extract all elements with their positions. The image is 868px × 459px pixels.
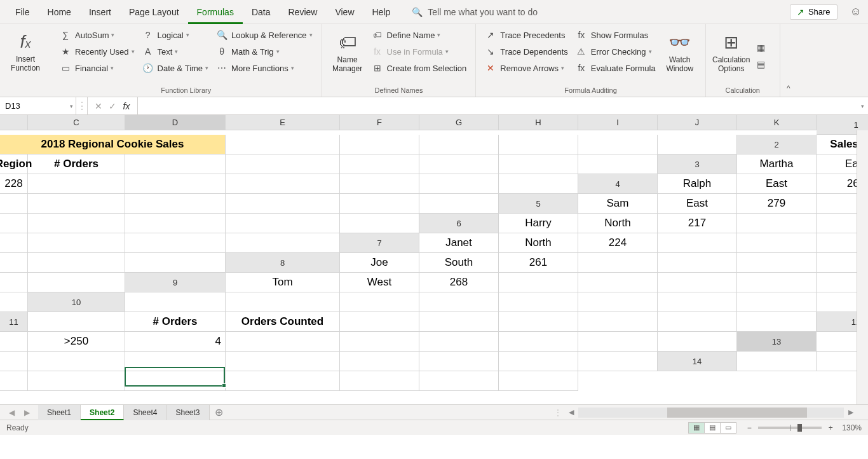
cell-H9[interactable] (658, 273, 737, 292)
cell-J7[interactable] (28, 253, 125, 273)
cell-C6[interactable]: Harry (499, 214, 578, 233)
cell-H1[interactable] (419, 135, 499, 154)
cell-C7[interactable]: Janet (419, 233, 499, 253)
select-all-corner[interactable] (0, 115, 28, 130)
column-header-I[interactable]: I (578, 115, 658, 130)
cell-J14[interactable] (419, 371, 499, 391)
split-dots-icon[interactable]: ⋮ (554, 408, 562, 417)
cell-F8[interactable] (578, 253, 658, 273)
cell-E8[interactable]: 261 (499, 253, 578, 273)
menu-tab-help[interactable]: Help (363, 0, 400, 24)
feedback-smile-icon[interactable]: ☺ (850, 5, 862, 18)
cell-D13[interactable] (0, 352, 28, 371)
cell-C14[interactable] (737, 352, 817, 371)
row-header-14[interactable]: 14 (658, 352, 737, 371)
column-header-J[interactable]: J (658, 115, 737, 130)
name-box-input[interactable] (0, 101, 76, 111)
spreadsheet-grid[interactable]: CDEFGHIJK12018 Regional Cookie Sales2Sal… (0, 115, 868, 404)
cell-F13[interactable] (125, 352, 226, 371)
cell-K8[interactable] (28, 273, 125, 292)
collapse-ribbon-button[interactable]: ^ (780, 24, 797, 97)
cell-I5[interactable] (125, 214, 226, 233)
column-header-F[interactable]: F (340, 115, 419, 130)
column-header-D[interactable]: D (125, 115, 226, 130)
cell-E2[interactable]: # Orders (28, 154, 125, 174)
date-time-button[interactable]: 🕐Date & Time▾ (139, 60, 213, 76)
cell-E10[interactable] (340, 292, 419, 312)
menu-tab-data[interactable]: Data (243, 0, 280, 24)
cell-G11[interactable] (419, 312, 499, 332)
cell-E11[interactable]: Orders Counted (226, 312, 340, 332)
menu-tab-page-layout[interactable]: Page Layout (120, 0, 188, 24)
cell-C12[interactable] (0, 332, 28, 352)
cell-C8[interactable]: Joe (340, 253, 419, 273)
hscroll-right-icon[interactable]: ▶ (845, 408, 857, 416)
fx-button-icon[interactable]: fx (119, 101, 133, 111)
cell-E3[interactable]: 228 (0, 174, 28, 194)
cell-H4[interactable] (125, 194, 226, 214)
hscroll-left-icon[interactable]: ◀ (566, 408, 577, 416)
evaluate-formula-button[interactable]: fxEvaluate Formula (572, 60, 660, 76)
row-header-3[interactable]: 3 (658, 154, 737, 174)
cell-G5[interactable] (0, 214, 28, 233)
split-handle[interactable]: ⋮ (76, 97, 88, 114)
cell-F4[interactable] (0, 194, 28, 214)
cell-I12[interactable] (499, 332, 578, 352)
cell-K6[interactable] (226, 233, 340, 253)
cell-E13[interactable] (28, 352, 125, 371)
create-from-selection-button[interactable]: ⊞Create from Selection (368, 60, 471, 76)
cell-E14[interactable] (0, 371, 28, 391)
sheet-tab-sheet3[interactable]: Sheet3 (166, 405, 209, 420)
show-formulas-button[interactable]: fxShow Formulas (572, 27, 660, 43)
cell-H5[interactable] (28, 214, 125, 233)
cell-D7[interactable]: North (499, 233, 578, 253)
cell-E6[interactable]: 217 (658, 214, 737, 233)
cell-C9[interactable]: Tom (226, 273, 340, 292)
cell-K14[interactable] (499, 371, 578, 391)
row-header-8[interactable]: 8 (226, 253, 340, 273)
formula-bar-input[interactable] (138, 101, 868, 111)
vertical-scrollbar[interactable] (857, 130, 868, 404)
add-sheet-button[interactable]: ⊕ (210, 406, 229, 418)
cell-F7[interactable] (658, 233, 737, 253)
page-break-view-button[interactable]: ▭ (720, 422, 736, 434)
trace-precedents-button[interactable]: ↗Trace Precedents (481, 27, 571, 43)
more-functions-button[interactable]: ⋯More Functions▾ (212, 60, 316, 76)
insert-function-button[interactable]: fx Insert Function (5, 27, 46, 97)
cell-H8[interactable] (737, 253, 817, 273)
define-name-button[interactable]: 🏷Define Name▾ (368, 27, 471, 43)
cell-D11[interactable]: # Orders (125, 312, 226, 332)
tell-me-search[interactable]: 🔍 Tell me what you want to do (412, 7, 538, 17)
cell-F6[interactable] (737, 214, 817, 233)
cell-G9[interactable] (578, 273, 658, 292)
cell-J1[interactable] (578, 135, 658, 154)
cell-I1[interactable] (499, 135, 578, 154)
menu-tab-file[interactable]: File (6, 0, 39, 24)
cell-I4[interactable] (226, 194, 340, 214)
column-header-G[interactable]: G (419, 115, 499, 130)
error-checking-button[interactable]: ⚠Error Checking▾ (572, 43, 660, 60)
name-manager-button[interactable]: 🏷 Name Manager (327, 27, 368, 85)
menu-tab-formulas[interactable]: Formulas (188, 0, 243, 24)
normal-view-button[interactable]: ▦ (688, 422, 705, 434)
menu-tab-review[interactable]: Review (280, 0, 327, 24)
cell-K2[interactable] (578, 154, 658, 174)
page-layout-view-button[interactable]: ▤ (704, 422, 721, 434)
cell-J13[interactable] (499, 352, 578, 371)
cell-G4[interactable] (28, 194, 125, 214)
calc-now-button[interactable]: ▦ (752, 39, 775, 56)
cell-G12[interactable] (340, 332, 419, 352)
cell-J2[interactable] (499, 154, 578, 174)
cell-F1[interactable] (226, 135, 340, 154)
zoom-percent[interactable]: 130% (842, 423, 862, 432)
row-header-13[interactable]: 13 (737, 332, 817, 352)
cell-I14[interactable] (340, 371, 419, 391)
cell-E5[interactable]: 279 (737, 194, 817, 214)
cell-J5[interactable] (226, 214, 340, 233)
cell-G13[interactable] (226, 352, 340, 371)
cell-F10[interactable] (419, 292, 499, 312)
column-header-K[interactable]: K (737, 115, 817, 130)
cell-D2[interactable]: Region (0, 154, 28, 174)
autosum-button[interactable]: ∑AutoSum▾ (56, 27, 139, 43)
name-box-dropdown-icon[interactable]: ▾ (70, 103, 73, 109)
